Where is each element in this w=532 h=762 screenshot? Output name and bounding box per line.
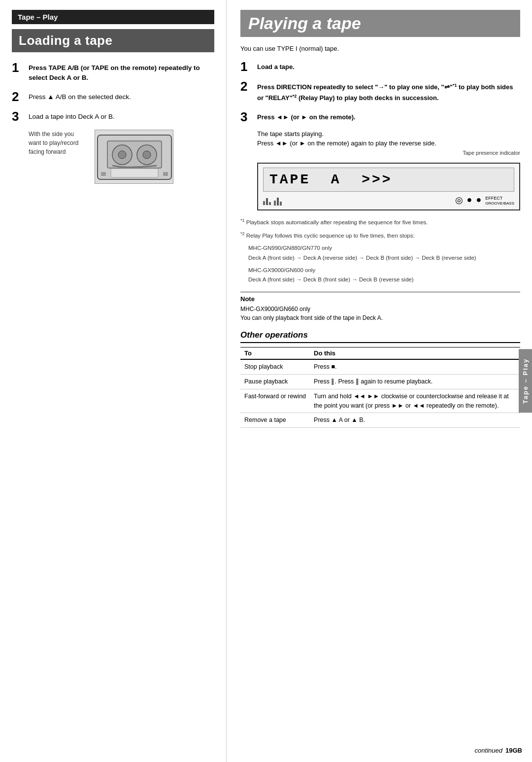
relay-seq-2: Deck A (front side) → Deck B (front side… [248, 276, 520, 284]
intro-text: You can use TYPE I (normal) tape. [240, 45, 520, 52]
right-step-number-1: 1 [240, 60, 252, 73]
play-detail: The tape starts playing. Press ◄► (or ► … [257, 130, 520, 147]
row-do-4: Press ▲ A or ▲ B. [310, 413, 520, 428]
svg-rect-6 [111, 169, 158, 177]
display-bottom: ◎ ● ● EFFECTGROOVE/BASS [263, 195, 514, 206]
table-row: Pause playback Press ‖. Press ‖ again to… [240, 375, 520, 389]
rec-icon: ● [476, 195, 481, 206]
right-step-text-3: Press ◄► (or ► on the remote). [257, 110, 356, 123]
row-to-4: Remove a tape [240, 413, 310, 428]
tape-indicator-label: Tape presence indicator [257, 150, 520, 156]
display-icons-right: ◎ ● ● EFFECTGROOVE/BASS [455, 195, 514, 206]
side-tab: Tape – Play [519, 349, 532, 413]
right-panel: Playing a tape You can use TYPE I (norma… [227, 0, 532, 762]
svg-rect-8 [163, 172, 168, 176]
eq-icon: ● [467, 195, 472, 206]
svg-point-5 [143, 151, 151, 159]
right-step-number-2: 2 [240, 80, 252, 93]
row-do-3: Turn and hold ◄◄ ►► clockwise or counter… [310, 389, 520, 413]
note-model: MHC-GX9000/GN660 only [240, 305, 520, 313]
left-step-text-3: Load a tape into Deck A or B. [29, 110, 115, 122]
relay-details: MHC-GN990/GN880/GN770 only Deck A (front… [248, 244, 520, 284]
table-row: Remove a tape Press ▲ A or ▲ B. [240, 413, 520, 428]
continued-text: continued [475, 747, 502, 754]
left-step-text-1: Press TAPE A/B (or TAPE on the remote) r… [29, 61, 214, 83]
footnote-2: *2 Relay Play follows this cyclic sequen… [240, 231, 520, 240]
footnote-1: *1 Playback stops automatically after re… [240, 217, 520, 227]
playing-title: Playing a tape [240, 10, 520, 37]
relay-seq-1: Deck A (front side) → Deck A (reverse si… [248, 254, 520, 262]
relay-models-1: MHC-GN990/GN880/GN770 only [248, 244, 520, 252]
display-text: TAPE A >>> [269, 172, 393, 187]
other-ops-title: Other operations [240, 330, 520, 343]
right-step-number-3: 3 [240, 110, 252, 123]
effect-label: EFFECTGROOVE/BASS [485, 196, 514, 206]
operations-table: To Do this Stop playback Press ■. Pause … [240, 347, 520, 428]
left-step-number-3: 3 [12, 110, 24, 123]
cassette-svg [95, 130, 173, 184]
note-text: You can only playback front side of the … [240, 313, 520, 322]
display-icons-left [263, 198, 282, 206]
footnotes: *1 Playback stops automatically after re… [240, 217, 520, 284]
svg-point-3 [118, 151, 126, 159]
note-title: Note [240, 295, 520, 303]
svg-rect-7 [101, 172, 106, 176]
left-step-number-1: 1 [12, 61, 24, 74]
left-panel: Tape – Play Loading a tape 1 Press TAPE … [0, 0, 227, 762]
level-bar-icon [263, 198, 271, 205]
table-row: Fast-forward or rewind Turn and hold ◄◄ … [240, 389, 520, 413]
left-step-text-2: Press ▲ A/B on the selected deck. [29, 90, 131, 102]
relay-models-2: MHC-GX9000/GN600 only [248, 266, 520, 275]
left-step-2: 2 Press ▲ A/B on the selected deck. [12, 90, 214, 103]
col-do: Do this [310, 347, 520, 360]
tape-caption: With the side you want to play/record fa… [29, 130, 88, 156]
note-section: Note MHC-GX9000/GN660 only You can only … [240, 292, 520, 322]
row-to-3: Fast-forward or rewind [240, 389, 310, 413]
left-step-number-2: 2 [12, 90, 24, 103]
col-to: To [240, 347, 310, 360]
right-step-1: 1 Load a tape. [240, 60, 520, 73]
row-to-2: Pause playback [240, 375, 310, 389]
level-bar-icon-2 [274, 198, 282, 206]
left-steps: 1 Press TAPE A/B (or TAPE on the remote)… [12, 61, 214, 123]
right-step-3: 3 Press ◄► (or ► on the remote). [240, 110, 520, 123]
left-step-3: 3 Load a tape into Deck A or B. [12, 110, 214, 123]
table-row: Stop playback Press ■. [240, 359, 520, 374]
row-do-2: Press ‖. Press ‖ again to resume playbac… [310, 375, 520, 389]
right-step-2: 2 Press DIRECTION repeatedly to select "… [240, 80, 520, 104]
right-step-text-2: Press DIRECTION repeatedly to select "→"… [257, 80, 520, 104]
row-to-1: Stop playback [240, 359, 310, 374]
tape-illustration: With the side you want to play/record fa… [29, 130, 214, 184]
display-screen: TAPE A >>> [263, 168, 514, 192]
right-step-text-1: Load a tape. [257, 60, 295, 72]
left-step-1: 1 Press TAPE A/B (or TAPE on the remote)… [12, 61, 214, 83]
play-detail-line2: Press ◄► (or ► on the remote) again to p… [257, 139, 520, 147]
table-header: To Do this [240, 347, 520, 360]
display-box: TAPE A >>> ◎ ● [257, 163, 520, 210]
page-number: 19GB [505, 747, 522, 754]
row-do-1: Press ■. [310, 359, 520, 374]
table-body: Stop playback Press ■. Pause playback Pr… [240, 359, 520, 427]
sound-effect-icon: ◎ [455, 195, 463, 206]
display-area: Tape presence indicator TAPE A >>> [257, 150, 520, 210]
loading-title: Loading a tape [12, 29, 214, 52]
tape-image [95, 130, 173, 184]
right-steps: 1 Load a tape. 2 Press DIRECTION repeate… [240, 60, 520, 123]
play-detail-line1: The tape starts playing. [257, 130, 520, 138]
tape-play-header: Tape – Play [12, 10, 214, 24]
